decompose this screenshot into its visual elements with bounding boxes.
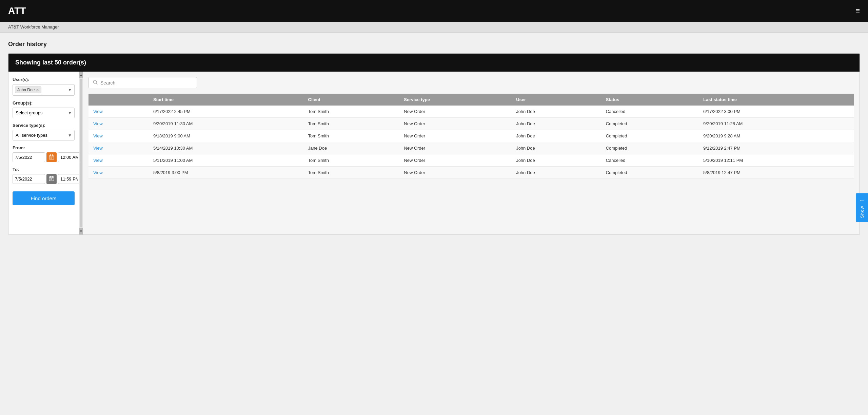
row-user: John Doe [511, 130, 601, 142]
row-status: Cancelled [601, 154, 698, 167]
from-calendar-button[interactable] [46, 152, 57, 162]
row-last-status-time: 5/8/2019 12:47 PM [698, 167, 854, 179]
view-link[interactable]: View [93, 170, 103, 175]
svg-rect-15 [53, 178, 53, 179]
row-action[interactable]: View [88, 167, 149, 179]
user-tag-box[interactable]: John Doe ✕ [13, 84, 75, 96]
svg-rect-14 [51, 178, 52, 179]
search-input[interactable] [100, 80, 193, 86]
search-bar[interactable] [88, 77, 197, 88]
row-action[interactable]: View [88, 130, 149, 142]
svg-rect-4 [50, 157, 51, 157]
view-link[interactable]: View [93, 133, 103, 138]
row-start-time: 9/20/2019 11:30 AM [149, 118, 303, 130]
row-user: John Doe [511, 106, 601, 118]
col-action [88, 94, 149, 106]
row-last-status-time: 9/20/2019 11:28 AM [698, 118, 854, 130]
svg-rect-16 [50, 180, 51, 180]
groups-select[interactable]: Select groups [13, 108, 75, 118]
table-row: View 5/14/2019 10:30 AM Jane Doe New Ord… [88, 142, 854, 154]
scrollbar-up-button[interactable]: ▲ [79, 72, 83, 78]
scrollbar-thumb [80, 79, 82, 227]
users-chevron-icon[interactable]: ▼ [68, 88, 72, 92]
svg-rect-13 [50, 178, 51, 179]
row-service-type: New Order [399, 142, 511, 154]
panel-header: Showing last 50 order(s) [8, 54, 860, 72]
search-icon [93, 80, 98, 86]
row-action[interactable]: View [88, 142, 149, 154]
row-status: Cancelled [601, 106, 698, 118]
orders-table: Start time Client Service type User Stat… [88, 94, 854, 179]
row-client: Tom Smith [303, 118, 399, 130]
from-date-input[interactable] [13, 152, 45, 162]
main-panel: Showing last 50 order(s) User(s): John D… [8, 53, 860, 235]
col-client: Client [303, 94, 399, 106]
service-type-label: Service type(s): [13, 123, 75, 128]
col-user: User [511, 94, 601, 106]
row-last-status-time: 9/12/2019 2:47 PM [698, 142, 854, 154]
view-link[interactable]: View [93, 158, 103, 163]
row-action[interactable]: View [88, 118, 149, 130]
row-client: Tom Smith [303, 167, 399, 179]
row-client: Tom Smith [303, 106, 399, 118]
svg-line-19 [96, 83, 98, 84]
menu-icon[interactable]: ≡ [855, 6, 860, 15]
table-row: View 9/18/2019 9:00 AM Tom Smith New Ord… [88, 130, 854, 142]
svg-rect-6 [53, 157, 53, 157]
row-client: Tom Smith [303, 130, 399, 142]
to-calendar-button[interactable] [46, 174, 57, 184]
service-type-select[interactable]: All service types [13, 130, 75, 140]
from-date-row: 12:00 AM ▼ [13, 152, 75, 162]
remove-user-icon[interactable]: ✕ [36, 88, 39, 92]
row-last-status-time: 5/10/2019 12:11 PM [698, 154, 854, 167]
breadcrumb: AT&T Workforce Manager [0, 22, 868, 33]
row-last-status-time: 6/17/2022 3:00 PM [698, 106, 854, 118]
row-start-time: 5/11/2019 11:00 AM [149, 154, 303, 167]
view-link[interactable]: View [93, 146, 103, 151]
filters-panel: User(s): John Doe ✕ ▼ Group(s): [8, 72, 83, 234]
panel-body: User(s): John Doe ✕ ▼ Group(s): [8, 72, 860, 234]
to-date-input[interactable] [13, 174, 45, 184]
row-last-status-time: 9/20/2019 9:28 AM [698, 130, 854, 142]
show-panel-label: Show [860, 206, 865, 218]
table-row: View 9/20/2019 11:30 AM Tom Smith New Or… [88, 118, 854, 130]
row-action[interactable]: View [88, 154, 149, 167]
table-header-row: Start time Client Service type User Stat… [88, 94, 854, 106]
calendar-icon-to [49, 176, 54, 181]
col-start-time: Start time [149, 94, 303, 106]
from-label: From: [13, 145, 75, 150]
row-service-type: New Order [399, 106, 511, 118]
scrollbar-down-button[interactable]: ▼ [79, 228, 83, 234]
row-action[interactable]: View [88, 106, 149, 118]
svg-rect-8 [51, 158, 52, 158]
row-client: Jane Doe [303, 142, 399, 154]
view-link[interactable]: View [93, 121, 103, 126]
svg-rect-17 [51, 180, 52, 180]
to-label: To: [13, 167, 75, 172]
svg-rect-5 [51, 157, 52, 157]
table-row: View 6/17/2022 2:45 PM Tom Smith New Ord… [88, 106, 854, 118]
page-content: Order history Showing last 50 order(s) U… [0, 33, 868, 243]
users-selector[interactable]: John Doe ✕ ▼ [13, 84, 75, 96]
table-row: View 5/11/2019 11:00 AM Tom Smith New Or… [88, 154, 854, 167]
filter-scrollbar: ▲ ▼ [79, 72, 83, 234]
service-type-select-wrapper[interactable]: All service types ▼ [13, 130, 75, 140]
row-status: Completed [601, 142, 698, 154]
view-link[interactable]: View [93, 109, 103, 114]
col-status: Status [601, 94, 698, 106]
top-nav: ATT ≡ [0, 0, 868, 22]
row-start-time: 6/17/2022 2:45 PM [149, 106, 303, 118]
col-service-type: Service type [399, 94, 511, 106]
row-user: John Doe [511, 142, 601, 154]
breadcrumb-text: AT&T Workforce Manager [8, 24, 59, 30]
row-start-time: 9/18/2019 9:00 AM [149, 130, 303, 142]
groups-select-wrapper[interactable]: Select groups ▼ [13, 108, 75, 118]
find-orders-button[interactable]: Find orders [13, 191, 75, 205]
app-logo: ATT [8, 5, 26, 16]
row-start-time: 5/8/2019 3:00 PM [149, 167, 303, 179]
user-tag: John Doe ✕ [15, 87, 41, 93]
calendar-icon [49, 154, 54, 159]
show-panel[interactable]: ← Show [856, 193, 868, 222]
row-service-type: New Order [399, 118, 511, 130]
user-tag-name: John Doe [17, 88, 35, 92]
